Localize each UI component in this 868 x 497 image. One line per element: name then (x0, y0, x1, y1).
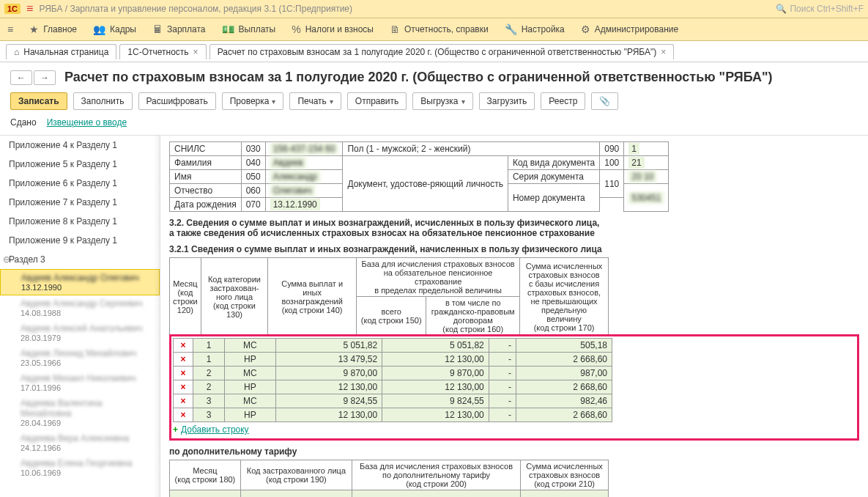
delete-row-icon[interactable]: × (174, 367, 193, 380)
money-icon: 💵 (222, 23, 234, 35)
ser-value[interactable]: 20 10 (628, 171, 656, 183)
sidebar-item[interactable]: Приложение 5 к Разделу 1 (0, 155, 160, 174)
star-icon: ★ (29, 23, 39, 35)
scrollbar[interactable] (154, 136, 160, 497)
sidebar-item[interactable]: Приложение 9 к Разделу 1 (0, 231, 160, 250)
toolbar: Записать Заполнить Расшифровать Проверка… (0, 89, 868, 113)
sidebar-person[interactable]: Авдеева Вера Алексеевна24.12.1966 (0, 430, 160, 455)
otpravit-button[interactable]: Отправить (347, 92, 407, 110)
sidebar-person[interactable]: Авдеев Леонид Михайлович23.05.1966 (0, 345, 160, 370)
tab-raschet[interactable]: Расчет по страховым взносам за 1 полугод… (209, 44, 675, 59)
tab-start[interactable]: ⌂Начальная страница (6, 44, 116, 59)
wrench-icon: 🔧 (505, 23, 517, 35)
section-3-2: 3.2. Сведения о сумме выплат и иных возн… (169, 218, 859, 238)
report-icon: 🗎 (390, 23, 400, 35)
hamburger-icon[interactable]: ≡ (26, 2, 33, 15)
percent-icon: % (292, 23, 300, 35)
page-title: Расчет по страховым взносам за 1 полугод… (64, 70, 772, 85)
zagruzit-button[interactable]: Загрузить (479, 92, 535, 110)
rasshifr-button[interactable]: Расшифровать (138, 92, 216, 110)
menu-otchet[interactable]: 🗎Отчетность, справки (390, 23, 489, 35)
menu-nastroika[interactable]: 🔧Настройка (505, 23, 565, 35)
sidebar-item[interactable]: Приложение 4 к Разделу 1 (0, 136, 160, 155)
table-row[interactable]: ×1НР13 479,5212 130,00-2 668,60 (174, 353, 612, 367)
table-row[interactable]: ×2НР12 130,0012 130,00-2 668,60 (174, 380, 612, 394)
data-table-321: ×1МС5 051,825 051,82-505,18×1НР13 479,52… (173, 338, 612, 422)
table-row[interactable]: ×3МС9 824,559 824,55-982,46 (174, 394, 612, 408)
delete-row-icon[interactable]: × (174, 394, 193, 408)
people-icon: 👥 (93, 23, 105, 35)
person-table: СНИЛС030156-437-154 60 Пол (1 - мужской;… (169, 141, 669, 212)
nom-value[interactable]: 530451 (628, 192, 664, 204)
chevron-down-icon: ▾ (461, 97, 465, 106)
section-3-2-1: 3.2.1 Сведения о сумме выплат и иных воз… (169, 244, 859, 254)
dob-value[interactable]: 13.12.1990 (270, 199, 320, 210)
menu-kadry[interactable]: 👥Кадры (93, 23, 136, 35)
reestr-button[interactable]: Реестр (541, 92, 585, 110)
pechat-button[interactable]: Печать▾ (289, 92, 341, 110)
izveshchenie-link[interactable]: Извещение о вводе (47, 117, 127, 128)
highlight-box: ×1МС5 051,825 051,82-505,18×1НР13 479,52… (169, 334, 859, 441)
body: Приложение 4 к Разделу 1Приложение 5 к Р… (0, 135, 868, 497)
otch-value[interactable]: Олегович (270, 185, 315, 196)
sidebar-person[interactable]: Авдеев Александр Сергеевич14.08.1988 (0, 295, 160, 320)
delete-row-icon[interactable]: × (174, 339, 193, 353)
search-icon: 🔍 (776, 4, 787, 14)
tree-toggle-icon[interactable]: ⊖ (3, 254, 10, 265)
status-row: Сдано Извещение о вводе (0, 113, 868, 135)
sidebar: Приложение 4 к Разделу 1Приложение 5 к Р… (0, 136, 160, 497)
search-placeholder: Поиск Ctrl+Shift+F (790, 4, 864, 14)
sidebar-person[interactable]: Авдеев Алексей Анатольевич28.03.1979 (0, 320, 160, 345)
menu-nalogi[interactable]: %Налоги и взносы (292, 23, 374, 35)
nav-back[interactable]: ← (10, 70, 32, 85)
tab-1c-otchetnost[interactable]: 1С-Отчетность× (119, 44, 206, 59)
calc-icon: 🖩 (152, 23, 163, 35)
search-box[interactable]: 🔍 Поиск Ctrl+Shift+F (776, 4, 864, 14)
zapisat-button[interactable]: Записать (10, 92, 67, 110)
delete-row-icon[interactable]: × (174, 380, 193, 394)
vygruzka-button[interactable]: Выгрузка▾ (412, 92, 472, 110)
app-title: РЯБА / Зарплата и управление персоналом,… (39, 4, 352, 14)
snils-value[interactable]: 156-437-154 60 (270, 143, 338, 155)
sidebar-person[interactable]: Авдеева Елена Георгиевна10.06.1969 (0, 455, 160, 480)
add-row-link[interactable]: +Добавить строку (173, 422, 856, 437)
tabs-bar: ⌂Начальная страница 1С-Отчетность× Расче… (0, 41, 868, 62)
sidebar-item[interactable]: Приложение 8 к Разделу 1 (0, 212, 160, 231)
sidebar-person[interactable]: Авдеев Александр Олегович13.12.1990 (0, 269, 160, 295)
imya-value[interactable]: Александр (270, 171, 320, 183)
zapolnit-button[interactable]: Заполнить (73, 92, 133, 110)
table-row[interactable]: ×2МС9 870,009 870,00-987,00 (174, 367, 612, 380)
close-icon[interactable]: × (661, 47, 666, 57)
content: СНИЛС030156-437-154 60 Пол (1 - мужской;… (160, 136, 868, 497)
table-row[interactable]: ×1МС5 051,825 051,82-505,18 (174, 339, 612, 353)
sidebar-person[interactable]: Авдеев Михаил Николаевич17.01.1996 (0, 370, 160, 395)
gear-icon: ⚙ (581, 23, 590, 35)
fam-value[interactable]: Авдеев (270, 157, 306, 169)
main-menu: ≡ ★Главное 👥Кадры 🖩Зарплата 💵Выплаты %На… (0, 18, 868, 41)
sidebar-item[interactable]: Приложение 7 к Разделу 1 (0, 193, 160, 212)
menu-main[interactable]: ★Главное (29, 23, 77, 35)
sidebar-person[interactable]: Авдеева Валентина Михайловна28.04.1969 (0, 395, 160, 430)
kvd-value[interactable]: 21 (628, 157, 644, 169)
delete-row-icon[interactable]: × (174, 408, 193, 422)
sidebar-item[interactable]: Приложение 6 к Разделу 1 (0, 174, 160, 193)
menu-vyplaty[interactable]: 💵Выплаты (222, 23, 276, 35)
sidebar-item[interactable]: ⊖Раздел 3 (0, 250, 160, 269)
chevron-down-icon: ▾ (272, 97, 275, 106)
data-table-322: Месяц (код строки 180) Код застрахованно… (169, 460, 609, 497)
menu-admin[interactable]: ⚙Администрирование (581, 23, 678, 35)
proverka-button[interactable]: Проверка▾ (222, 92, 284, 110)
close-icon[interactable]: × (193, 47, 199, 57)
menu-bars[interactable]: ≡ (7, 23, 13, 35)
attach-button[interactable]: 📎 (591, 92, 618, 110)
pol-value[interactable]: 1 (628, 143, 639, 155)
delete-row-icon[interactable]: × (174, 353, 193, 367)
plus-icon: + (173, 424, 178, 435)
data-table-321-head: Месяц (код строки 120) Код категории зас… (169, 257, 609, 336)
page-head: ← → Расчет по страховым взносам за 1 пол… (0, 62, 868, 89)
nav-fwd[interactable]: → (34, 70, 56, 85)
paperclip-icon: 📎 (599, 96, 610, 106)
menu-zarplata[interactable]: 🖩Зарплата (152, 23, 206, 35)
table-row[interactable]: ×3НР12 130,0012 130,00-2 668,60 (174, 408, 612, 422)
status-label: Сдано (10, 117, 37, 128)
